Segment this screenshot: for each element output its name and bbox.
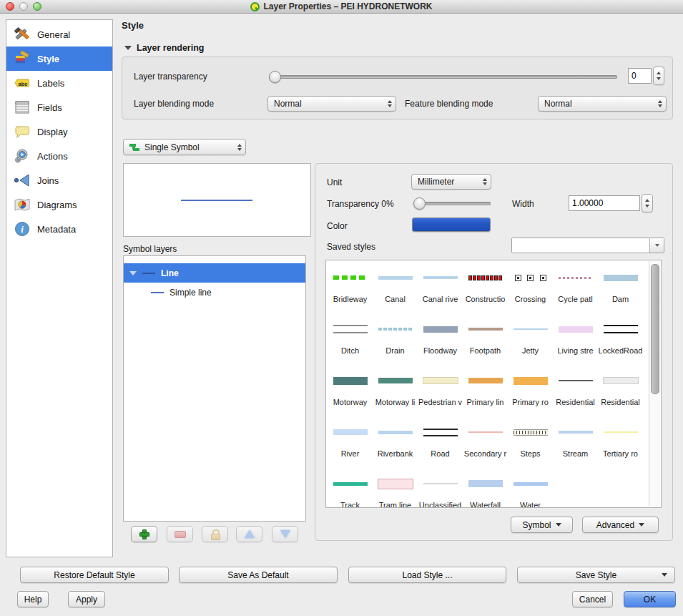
style-item[interactable]: Primary lin [463, 368, 508, 419]
add-symbol-layer-button[interactable] [131, 526, 157, 542]
layer-rendering-label: Layer rendering [137, 43, 204, 53]
style-item[interactable]: Crossing [508, 265, 553, 316]
layer-transparency-slider[interactable] [269, 71, 617, 82]
restore-default-style-button[interactable]: Restore Default Style [20, 567, 169, 583]
style-item[interactable]: Stream [553, 419, 598, 471]
sidebar-item-actions[interactable]: Actions [6, 144, 112, 168]
style-item[interactable]: Secondary r [463, 419, 508, 471]
style-item[interactable]: Road [418, 419, 463, 471]
move-layer-up-button[interactable] [236, 526, 262, 542]
save-as-default-button[interactable]: Save As Default [179, 567, 338, 583]
paintbrush-icon [14, 50, 31, 67]
gallery-scrollbar[interactable] [649, 261, 660, 507]
gallery-scrollbar-thumb[interactable] [651, 264, 659, 394]
style-item[interactable]: Motorway li [373, 368, 418, 419]
load-style-button[interactable]: Load Style ... [348, 567, 506, 583]
remove-symbol-layer-button[interactable] [167, 526, 193, 542]
sidebar-item-style[interactable]: Style [6, 47, 112, 71]
style-item[interactable]: Pedestrian v [418, 368, 463, 419]
width-input[interactable] [569, 195, 640, 211]
saved-styles-input[interactable] [512, 238, 649, 253]
symbol-layers-label: Symbol layers [123, 244, 177, 254]
style-item[interactable]: Primary ro [508, 368, 553, 419]
sidebar-item-diagrams[interactable]: Diagrams [6, 192, 112, 217]
apply-button[interactable]: Apply [68, 591, 105, 607]
style-item[interactable]: Unclassified [418, 471, 463, 508]
style-item[interactable]: Living stre [553, 316, 598, 368]
move-layer-down-button[interactable] [272, 526, 298, 542]
combo-dropdown-button[interactable] [649, 238, 664, 253]
slider-knob[interactable] [269, 71, 281, 83]
sidebar-item-general[interactable]: General [6, 22, 112, 47]
style-item[interactable]: Constructio [463, 265, 508, 316]
width-stepper[interactable] [642, 194, 653, 212]
style-item[interactable]: Tram line [373, 471, 418, 508]
lock-symbol-layer-button[interactable] [202, 526, 228, 542]
save-style-button[interactable]: Save Style [517, 567, 675, 583]
style-item[interactable]: Canal [373, 265, 418, 316]
style-item[interactable]: Riverbank [373, 419, 418, 471]
ok-button[interactable]: OK [624, 591, 676, 607]
style-item[interactable]: Steps [508, 419, 553, 471]
symbol-transparency-slider[interactable] [413, 197, 491, 208]
unit-value: Millimeter [418, 177, 454, 187]
style-item[interactable]: Waterfall [463, 471, 508, 508]
slider-knob[interactable] [413, 197, 426, 210]
style-item[interactable]: Residential [553, 368, 598, 419]
advanced-menu-button[interactable]: Advanced [582, 517, 659, 533]
sidebar-item-joins[interactable]: Joins [6, 168, 112, 192]
expander-icon[interactable] [129, 271, 137, 275]
style-item[interactable]: Canal rive [418, 265, 463, 316]
style-item-label: Footpath [470, 346, 501, 355]
cancel-button[interactable]: Cancel [572, 591, 613, 607]
color-button[interactable] [412, 217, 491, 232]
style-swatch [559, 380, 593, 381]
style-item[interactable]: Ditch [328, 316, 373, 368]
style-item[interactable]: Water [508, 471, 553, 508]
style-item[interactable]: LockedRoad [598, 316, 643, 368]
select-arrows-icon [483, 178, 487, 185]
layer-rendering-section-header[interactable]: Layer rendering [124, 43, 204, 53]
renderer-type-select[interactable]: Single Symbol [123, 139, 246, 155]
sidebar-item-labels[interactable]: abcLabels [6, 71, 112, 95]
style-item[interactable]: Residential [598, 368, 643, 419]
tree-row-simple-line[interactable]: Simple line [124, 283, 305, 302]
style-item[interactable]: Track [328, 471, 373, 508]
style-item[interactable]: Cycle patl [553, 265, 598, 316]
style-item-label: Floodway [423, 346, 457, 355]
sidebar-item-fields[interactable]: Fields [6, 95, 112, 119]
step-down-icon[interactable] [645, 205, 649, 207]
layer-blending-select[interactable]: Normal [267, 96, 396, 112]
style-item[interactable]: Tertiary ro [598, 419, 643, 471]
layer-transparency-stepper[interactable] [653, 67, 664, 85]
sidebar-item-metadata[interactable]: iMetadata [6, 217, 112, 241]
style-swatch-wrap [553, 316, 598, 342]
style-item[interactable]: Bridleway [328, 265, 373, 316]
help-button[interactable]: Help [17, 591, 49, 607]
style-item[interactable]: Motorway [328, 368, 373, 419]
step-up-icon[interactable] [645, 199, 649, 202]
step-up-icon[interactable] [657, 72, 661, 74]
layer-transparency-value-input[interactable] [628, 68, 652, 84]
unit-select[interactable]: Millimeter [411, 174, 491, 190]
step-down-icon[interactable] [657, 77, 661, 80]
tree-row-line[interactable]: Line [124, 263, 305, 283]
lock-icon [211, 529, 220, 539]
style-item-label: Water [520, 501, 541, 508]
style-item[interactable]: River [328, 419, 373, 471]
slider-track[interactable] [269, 75, 617, 79]
saved-styles-combo[interactable] [511, 238, 664, 253]
style-item[interactable]: Footpath [463, 316, 508, 368]
style-swatch [333, 325, 368, 333]
symbol-menu-button[interactable]: Symbol [511, 517, 573, 533]
gears-icon [14, 147, 31, 165]
feature-blending-select[interactable]: Normal [538, 96, 667, 112]
style-item[interactable]: Floodway [418, 316, 463, 368]
style-swatch-wrap [463, 265, 508, 290]
style-item[interactable]: Drain [373, 316, 418, 368]
style-swatch-wrap [418, 265, 463, 290]
style-item[interactable]: Dam [598, 265, 643, 316]
style-item[interactable]: Jetty [508, 316, 553, 368]
sidebar-item-display[interactable]: Display [6, 119, 112, 144]
style-swatch [515, 275, 546, 281]
